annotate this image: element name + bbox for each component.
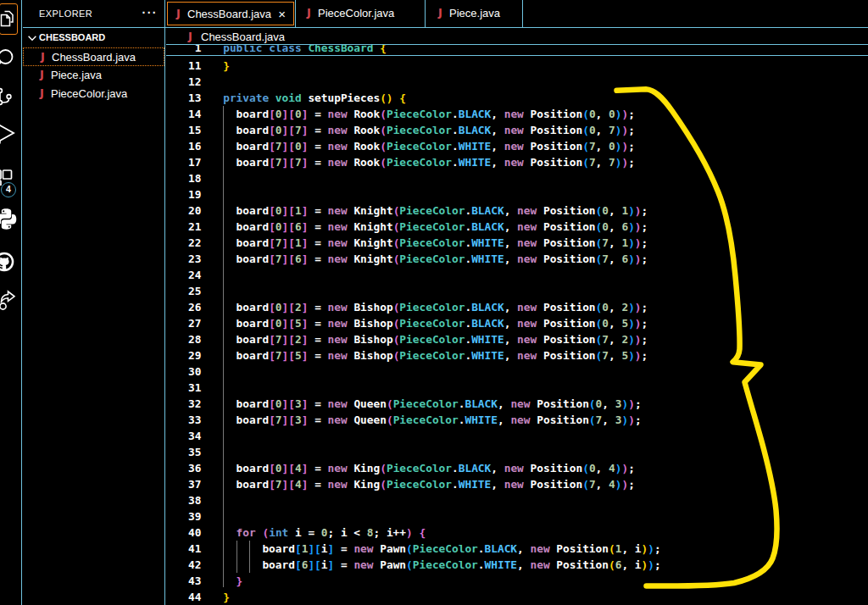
- search-icon[interactable]: [0, 47, 15, 67]
- code-line-17: 17 board[7][7] = new Rook(PieceColor.WHI…: [166, 154, 868, 170]
- code-text: board[0][1] = new Knight(PieceColor.BLAC…: [223, 203, 648, 219]
- line-number: 40: [166, 525, 202, 541]
- tab-label: ChessBoard.java: [187, 8, 271, 20]
- code-line-40: 40 for (int i = 0; i < 8; i++) {: [166, 525, 868, 541]
- code-text: board[7][1] = new Knight(PieceColor.WHIT…: [223, 235, 648, 251]
- code-line-41: 41 board[1][i] = new Pawn(PieceColor.BLA…: [166, 541, 868, 557]
- code-line-1: 1public class ChessBoard {: [166, 45, 868, 55]
- code-text: }: [223, 573, 242, 589]
- line-number: 33: [166, 412, 202, 428]
- code-line-25: 25: [166, 283, 868, 299]
- code-line-19: 19: [166, 186, 868, 203]
- code-text: }: [223, 58, 230, 74]
- code-line-16: 16 board[7][0] = new Rook(PieceColor.WHI…: [166, 138, 868, 154]
- chevron-down-icon: [26, 32, 38, 47]
- line-number: 21: [166, 219, 202, 235]
- code-text: for (int i = 0; i < 8; i++) {: [223, 525, 426, 541]
- tab-ChessBoard.java[interactable]: JChessBoard.java×: [167, 2, 294, 25]
- line-number: 11: [166, 58, 202, 74]
- code-line-34: 34: [166, 428, 868, 444]
- line-number: 18: [166, 170, 202, 186]
- code-line-33: 33 board[7][3] = new Queen(PieceColor.WH…: [166, 412, 868, 428]
- line-number: 28: [166, 331, 202, 347]
- line-number: 41: [166, 541, 202, 557]
- java-file-icon: J: [307, 6, 311, 19]
- sticky-scroll-line: 1public class ChessBoard {: [166, 45, 868, 55]
- line-number: 13: [166, 90, 202, 106]
- line-number: 24: [166, 267, 202, 283]
- code-line-44: 44}: [166, 589, 868, 605]
- code-line-22: 22 board[7][1] = new Knight(PieceColor.W…: [166, 235, 868, 251]
- line-number: 35: [166, 444, 202, 460]
- code-line-26: 26 board[0][2] = new Bishop(PieceColor.B…: [166, 299, 868, 315]
- line-number: 32: [166, 396, 202, 412]
- java-file-icon: J: [188, 30, 192, 42]
- line-number: 37: [166, 476, 202, 492]
- code-text: board[7][6] = new Knight(PieceColor.WHIT…: [223, 251, 648, 267]
- tab-Piece.java[interactable]: JPiece.java: [426, 0, 523, 27]
- code-text: board[0][7] = new Rook(PieceColor.BLACK,…: [223, 122, 635, 138]
- live-share-icon[interactable]: [0, 290, 15, 310]
- java-file-icon: J: [438, 6, 442, 19]
- java-file-icon: J: [41, 50, 51, 63]
- code-text: board[7][3] = new Queen(PieceColor.WHITE…: [223, 412, 641, 428]
- line-number: 19: [166, 186, 202, 203]
- code-line-31: 31: [166, 380, 868, 396]
- more-actions-icon[interactable]: ···: [142, 6, 159, 19]
- folder-label: CHESSBOARD: [39, 32, 105, 42]
- code-text: board[0][6] = new Knight(PieceColor.BLAC…: [223, 219, 648, 235]
- sidebar-title: EXPLORER: [39, 8, 92, 19]
- line-number: 16: [166, 138, 202, 154]
- code-line-23: 23 board[7][6] = new Knight(PieceColor.W…: [166, 251, 868, 267]
- line-number: 1: [166, 45, 202, 55]
- line-number: 25: [166, 283, 202, 299]
- file-row-PieceColor.java[interactable]: JPieceColor.java: [23, 85, 164, 103]
- code-line-11: 11}: [166, 58, 868, 74]
- file-label: PieceColor.java: [51, 87, 127, 100]
- line-number: 17: [166, 154, 202, 170]
- code-text: board[1][i] = new Pawn(PieceColor.BLACK,…: [223, 541, 661, 557]
- line-number: 31: [166, 380, 202, 396]
- code-text: board[7][5] = new Bishop(PieceColor.WHIT…: [223, 347, 648, 364]
- code-text: board[0][2] = new Bishop(PieceColor.BLAC…: [223, 299, 648, 315]
- source-control-icon[interactable]: [0, 86, 14, 107]
- close-icon[interactable]: ×: [278, 7, 286, 21]
- extensions-badge: 4: [1, 182, 16, 197]
- code-line-20: 20 board[0][1] = new Knight(PieceColor.B…: [166, 203, 868, 219]
- code-text: public class ChessBoard {: [223, 45, 387, 55]
- line-number: 14: [166, 106, 202, 122]
- line-number: 20: [166, 203, 202, 219]
- file-row-Piece.java[interactable]: JPiece.java: [23, 66, 164, 85]
- breadcrumb[interactable]: J ChessBoard.java: [166, 28, 868, 44]
- code-line-21: 21 board[0][6] = new Knight(PieceColor.B…: [166, 219, 868, 235]
- code-line-18: 18: [166, 170, 868, 186]
- code-text: board[0][4] = new King(PieceColor.BLACK,…: [223, 460, 635, 476]
- code-line-24: 24: [166, 267, 868, 283]
- code-line-36: 36 board[0][4] = new King(PieceColor.BLA…: [166, 460, 868, 476]
- line-number: 42: [166, 557, 202, 573]
- code-text: board[7][7] = new Rook(PieceColor.WHITE,…: [223, 154, 635, 170]
- folder-row-chessboard[interactable]: CHESSBOARD: [23, 29, 164, 47]
- tab-bar: JChessBoard.java×JPieceColor.javaJPiece.…: [166, 0, 868, 28]
- python-icon[interactable]: [0, 207, 14, 227]
- explorer-icon[interactable]: [0, 8, 17, 29]
- tab-label: PieceColor.java: [318, 7, 394, 19]
- activity-bar: 4: [0, 0, 22, 605]
- tab-PieceColor.java[interactable]: JPieceColor.java: [295, 0, 426, 27]
- run-and-debug-icon[interactable]: [0, 121, 14, 142]
- file-label: ChessBoard.java: [52, 51, 136, 64]
- code-line-39: 39: [166, 508, 868, 525]
- line-number: 29: [166, 347, 202, 364]
- code-line-38: 38: [166, 492, 868, 508]
- code-text: board[0][0] = new Rook(PieceColor.BLACK,…: [223, 106, 635, 122]
- code-line-32: 32 board[0][3] = new Queen(PieceColor.BL…: [166, 396, 868, 412]
- code-line-30: 30: [166, 364, 868, 380]
- line-number: 12: [166, 74, 202, 90]
- file-row-ChessBoard.java[interactable]: JChessBoard.java: [23, 47, 164, 66]
- code-area[interactable]: 11}1213private void setupPieces() {14 bo…: [166, 55, 868, 605]
- line-number: 39: [166, 508, 202, 525]
- github-icon[interactable]: [0, 252, 14, 272]
- code-line-12: 12: [166, 74, 868, 90]
- code-line-35: 35: [166, 444, 868, 460]
- line-number: 15: [166, 122, 202, 138]
